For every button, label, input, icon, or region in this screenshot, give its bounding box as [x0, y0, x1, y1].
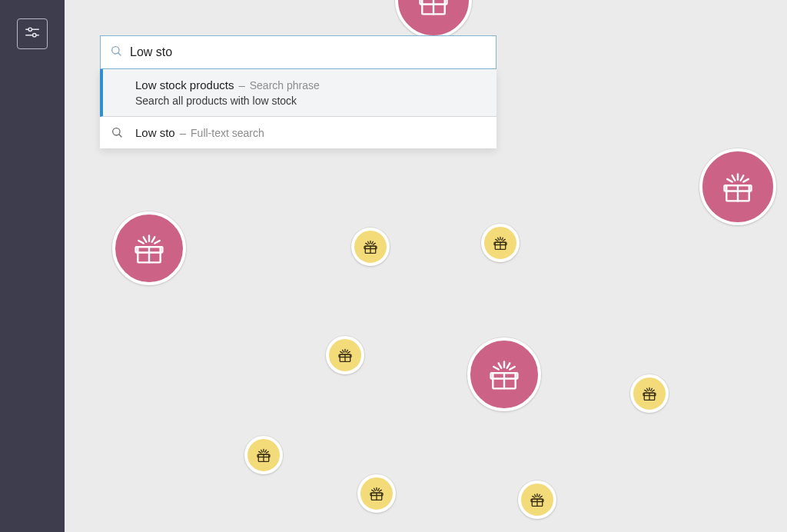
suggestion-title: Low sto [135, 126, 175, 139]
product-node[interactable] [699, 148, 776, 225]
gift-icon [398, 0, 469, 38]
filter-toggle-button[interactable] [17, 18, 48, 49]
suggestion-title: Low stock products [135, 78, 234, 91]
svg-point-1 [28, 28, 32, 31]
product-node[interactable] [395, 0, 472, 38]
search-input-row[interactable] [100, 35, 496, 69]
search-suggestion[interactable]: Low stock products–Search phraseSearch a… [100, 69, 496, 117]
product-node[interactable] [481, 224, 520, 262]
product-node[interactable] [112, 211, 186, 285]
product-node[interactable] [630, 374, 669, 413]
gift-icon [329, 336, 361, 374]
suggestion-type: Full-text search [191, 127, 264, 139]
product-node[interactable] [518, 480, 556, 519]
product-node[interactable] [351, 228, 390, 266]
gift-icon [521, 480, 553, 519]
gift-icon [633, 374, 666, 413]
gift-icon [484, 224, 516, 262]
gift-icon [702, 148, 773, 225]
svg-line-5 [118, 53, 121, 55]
sidebar [0, 0, 65, 532]
canvas-area[interactable]: Low stock products–Search phraseSearch a… [65, 0, 787, 532]
sliders-icon [24, 24, 41, 44]
search-overlay: Low stock products–Search phraseSearch a… [100, 35, 496, 148]
gift-icon [354, 228, 387, 266]
search-input[interactable] [130, 45, 486, 59]
product-node[interactable] [357, 474, 396, 513]
search-suggestions-panel: Low stock products–Search phraseSearch a… [100, 69, 496, 148]
product-node[interactable] [467, 337, 541, 411]
svg-line-7 [119, 135, 121, 137]
product-node[interactable] [326, 336, 364, 374]
suggestion-type: Search phrase [250, 79, 320, 91]
gift-icon [247, 436, 280, 474]
gift-icon [360, 474, 393, 513]
svg-point-3 [33, 33, 36, 36]
gift-icon [115, 211, 183, 285]
product-node[interactable] [244, 436, 283, 474]
search-suggestion[interactable]: Low sto–Full-text search [100, 117, 496, 148]
gift-icon [470, 337, 538, 411]
suggestion-desc: Search all products with low stock [135, 95, 487, 107]
search-icon [110, 45, 122, 60]
search-icon [111, 126, 123, 141]
